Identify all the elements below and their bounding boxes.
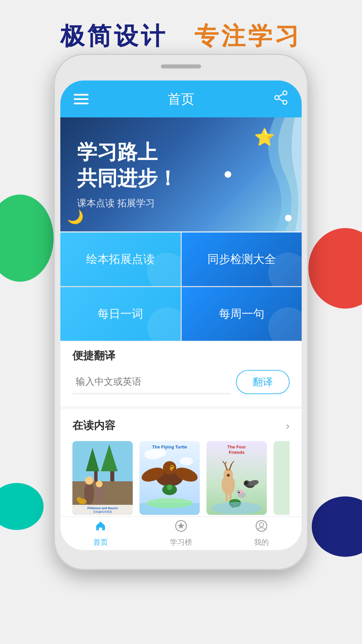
home-icon <box>94 520 107 535</box>
translation-input[interactable] <box>72 370 231 394</box>
book-cover-2: The Flying Turtle <box>139 441 200 515</box>
nav-leaderboard-label: 学习榜 <box>170 537 192 547</box>
quick-menu-grid: 绘本拓展点读 同步检测大全 每日一词 每周一句 <box>60 232 302 341</box>
svg-point-35 <box>146 498 193 508</box>
translate-button[interactable]: 翻译 <box>236 370 290 394</box>
promo-banner: 学习路上 共同进步！ 课本点读 拓展学习 🌙 ⭐ <box>60 117 302 231</box>
book-3-illustration: The Four Friends <box>206 441 267 515</box>
banner-dot-1 <box>225 171 231 178</box>
svg-line-3 <box>279 94 283 97</box>
svg-rect-40 <box>226 493 228 501</box>
svg-point-2 <box>275 96 279 100</box>
book-item-3[interactable]: The Four Friends <box>206 441 267 515</box>
book-item-2[interactable]: The Flying Turtle <box>139 441 200 515</box>
svg-point-22 <box>153 448 166 457</box>
banner-title-line1: 学习路上 <box>77 139 178 165</box>
decorative-circle-green <box>0 195 54 282</box>
svg-point-16 <box>77 497 81 502</box>
svg-point-12 <box>85 477 93 485</box>
translation-section-title: 便捷翻译 <box>72 348 290 363</box>
tagline-left: 极简设计 <box>60 20 168 52</box>
menu-line-2 <box>74 98 88 100</box>
svg-rect-5 <box>72 441 133 481</box>
svg-line-4 <box>279 99 283 101</box>
svg-text:Philemon and Baucis: Philemon and Baucis <box>87 506 118 510</box>
reading-section-header: 在读内容 › <box>72 418 290 433</box>
book-2-illustration: The Flying Turtle <box>139 441 200 515</box>
book-item-4[interactable] <box>274 441 290 515</box>
reading-section: 在读内容 › <box>60 409 302 517</box>
book-item-1[interactable]: Philemon and Baucis 菲利蒙和拜西斯 <box>72 441 133 515</box>
share-button[interactable] <box>274 90 288 108</box>
banner-title-line2: 共同进步！ <box>77 165 178 192</box>
menu-line-1 <box>74 94 88 96</box>
svg-point-33 <box>167 485 172 490</box>
star-icon: ⭐ <box>254 127 275 147</box>
svg-marker-71 <box>178 522 185 529</box>
weekly-sentence-button[interactable]: 每周一句 <box>182 287 302 341</box>
sync-test-button[interactable]: 同步检测大全 <box>182 232 302 286</box>
main-scroll-area[interactable]: 学习路上 共同进步！ 课本点读 拓展学习 🌙 ⭐ 绘本拓展点读 <box>60 117 302 517</box>
book-cover-4 <box>274 441 290 515</box>
decorative-circle-red <box>308 228 362 309</box>
svg-point-13 <box>95 485 103 505</box>
daily-word-button[interactable]: 每日一词 <box>60 287 181 341</box>
book-cover-1: Philemon and Baucis 菲利蒙和拜西斯 <box>72 441 133 515</box>
menu-button[interactable] <box>74 94 88 104</box>
svg-point-48 <box>227 474 230 477</box>
nav-leaderboard[interactable]: 学习榜 <box>141 520 221 547</box>
banner-dot-2 <box>285 215 292 221</box>
svg-text:The Flying Turtle: The Flying Turtle <box>152 444 187 449</box>
bottom-nav: 首页 学习榜 我的 <box>60 517 302 550</box>
app-header: 首页 <box>60 80 302 117</box>
svg-rect-9 <box>94 471 98 481</box>
svg-point-73 <box>259 523 263 527</box>
svg-point-57 <box>245 481 247 485</box>
reading-more-button[interactable]: › <box>286 420 290 432</box>
decorative-circle-navy <box>312 496 362 557</box>
book-list: Philemon and Baucis 菲利蒙和拜西斯 <box>72 441 290 515</box>
translation-section: 便捷翻译 翻译 <box>60 342 302 406</box>
phone-speaker <box>161 64 201 68</box>
svg-text:The Four: The Four <box>227 444 246 449</box>
svg-point-31 <box>171 466 173 467</box>
banner-subtitle: 课本点读 拓展学习 <box>77 197 178 210</box>
svg-point-23 <box>180 457 193 465</box>
picture-book-reading-button[interactable]: 绘本拓展点读 <box>60 232 181 286</box>
phone-screen: 首页 学习路上 共同进步！ 课本点读 拓展学习 � <box>60 80 302 550</box>
svg-point-64 <box>212 502 262 514</box>
star-circle-icon <box>175 520 187 535</box>
phone-frame: 首页 学习路上 共同进步！ 课本点读 拓展学习 � <box>54 54 308 570</box>
decorative-circle-teal <box>0 483 44 530</box>
reading-section-title: 在读内容 <box>72 418 115 433</box>
translation-input-row: 翻译 <box>72 370 290 394</box>
book-1-illustration: Philemon and Baucis 菲利蒙和拜西斯 <box>72 441 133 515</box>
banner-text: 学习路上 共同进步！ 课本点读 拓展学习 <box>60 129 194 220</box>
book-cover-3: The Four Friends <box>206 441 267 515</box>
nav-home[interactable]: 首页 <box>60 520 141 547</box>
nav-profile-label: 我的 <box>254 537 269 547</box>
svg-text:菲利蒙和拜西斯: 菲利蒙和拜西斯 <box>93 511 112 514</box>
svg-rect-66 <box>274 441 290 515</box>
profile-icon <box>255 520 268 535</box>
top-tagline: 极简设计 专注学习 <box>0 20 362 52</box>
svg-rect-10 <box>110 471 114 481</box>
svg-point-0 <box>283 91 287 95</box>
menu-line-3 <box>74 103 88 104</box>
svg-text:Friends: Friends <box>229 450 245 455</box>
svg-point-52 <box>240 489 243 493</box>
tagline-right: 专注学习 <box>194 20 302 52</box>
nav-profile[interactable]: 我的 <box>221 520 302 547</box>
book-4-illustration <box>274 441 290 515</box>
page-title: 首页 <box>168 90 194 108</box>
nav-home-label: 首页 <box>93 537 108 547</box>
svg-point-14 <box>96 481 103 487</box>
svg-point-53 <box>238 492 240 493</box>
svg-point-1 <box>283 100 287 104</box>
